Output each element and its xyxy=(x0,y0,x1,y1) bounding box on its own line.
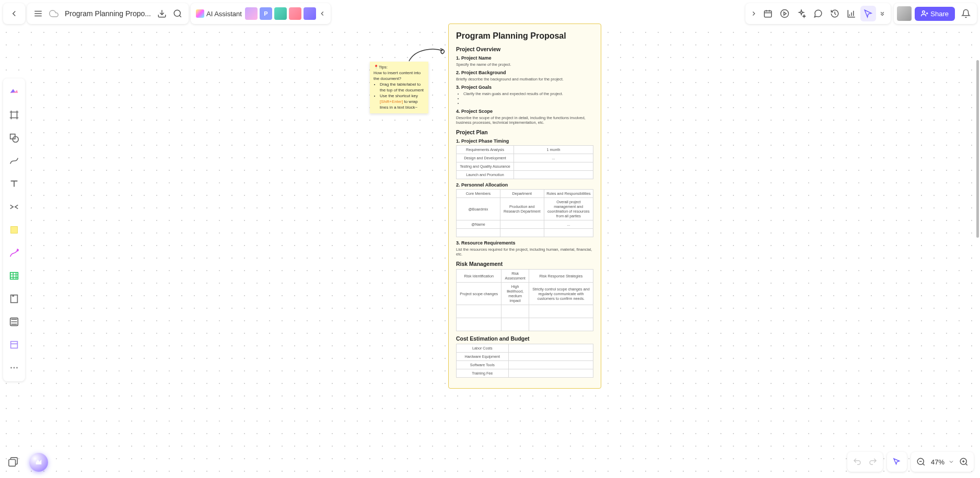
top-toolbar-right: Share xyxy=(745,3,977,24)
h-resources: 3. Resource Requirements xyxy=(456,240,593,246)
chart-icon[interactable] xyxy=(844,6,859,21)
cloud-icon[interactable] xyxy=(46,6,62,21)
table-cell xyxy=(508,344,593,353)
table-cell xyxy=(508,353,593,361)
table-cell xyxy=(457,305,501,318)
svg-rect-9 xyxy=(11,342,18,348)
history-icon[interactable] xyxy=(827,6,843,21)
document-card[interactable]: Program Planning Proposal Project Overvi… xyxy=(448,24,601,389)
table-cell xyxy=(529,318,593,331)
back-button[interactable] xyxy=(6,6,22,21)
table-personnel[interactable]: Core Members Department Roles and Respon… xyxy=(456,189,593,237)
svg-rect-6 xyxy=(10,273,18,279)
section-overview: Project Overview xyxy=(456,46,593,52)
search-button[interactable] xyxy=(170,6,185,21)
table-header: Risk Identification xyxy=(457,270,501,283)
doc-block-tool[interactable] xyxy=(5,288,23,309)
table-cell xyxy=(529,305,593,318)
notification-icon[interactable] xyxy=(958,6,974,21)
section-risk: Risk Management xyxy=(456,261,593,267)
calendar-icon[interactable] xyxy=(760,6,776,21)
ai-orb-button[interactable] xyxy=(29,453,48,472)
table-cost[interactable]: Labor Costs Hardware Equipment Software … xyxy=(456,344,593,378)
undo-button[interactable] xyxy=(849,454,865,470)
table-cell xyxy=(500,229,544,237)
chevron-down-icon[interactable] xyxy=(877,6,888,21)
table-cell xyxy=(501,318,529,331)
zoom-dropdown[interactable] xyxy=(947,454,956,470)
expand-right-button[interactable] xyxy=(749,6,759,21)
table-cell: 1 month xyxy=(514,146,593,154)
table-header: Core Members xyxy=(457,190,500,198)
sticky-title: 📍Tips: xyxy=(374,65,425,71)
shape-tool[interactable] xyxy=(5,127,23,148)
table-cell xyxy=(544,229,593,237)
table-cell: Software Tools xyxy=(457,361,509,369)
sparkle-icon[interactable] xyxy=(794,6,809,21)
zoom-level[interactable]: 47% xyxy=(929,458,947,466)
text-tool[interactable] xyxy=(5,173,23,194)
table-header: Risk Assessment xyxy=(501,270,529,283)
user-avatar[interactable] xyxy=(897,6,912,21)
table-cell: Production and Research Department xyxy=(500,198,544,220)
card-tool[interactable] xyxy=(5,334,23,355)
sticky-note-tool[interactable] xyxy=(5,219,23,240)
p-project-background: Briefly describe the background and moti… xyxy=(456,77,593,81)
table-cell xyxy=(514,171,593,179)
collaborator-avatar[interactable] xyxy=(274,7,287,20)
p-project-scope: Describe the scope of the project in det… xyxy=(456,115,593,125)
collaborator-avatar[interactable] xyxy=(289,7,301,20)
table-cell: Overall project management and coordinat… xyxy=(544,198,593,220)
frame-tool[interactable] xyxy=(5,104,23,125)
table-cell xyxy=(514,162,593,171)
table-cell: Requirements Analysis xyxy=(457,146,514,154)
sticky-subtitle: How to insert content into the document? xyxy=(374,71,425,82)
svg-point-10 xyxy=(10,367,12,369)
table-header: Risk Response Strategies xyxy=(529,270,593,283)
table-cell xyxy=(508,369,593,378)
collaborator-avatar[interactable] xyxy=(245,7,258,20)
table-cell xyxy=(457,229,500,237)
redo-button[interactable] xyxy=(865,454,881,470)
li-goal-3 xyxy=(463,101,593,106)
zoom-in-button[interactable] xyxy=(956,454,972,470)
pointer-mode-icon[interactable] xyxy=(860,6,876,21)
play-icon[interactable] xyxy=(777,6,792,21)
connector-tool[interactable] xyxy=(5,196,23,217)
menu-button[interactable] xyxy=(30,6,46,21)
document-title[interactable]: Program Planning Propo... xyxy=(62,9,154,18)
template-tool[interactable] xyxy=(5,81,23,102)
li-goal-2 xyxy=(463,96,593,101)
table-cell: Project scope changes xyxy=(457,283,501,305)
share-button[interactable]: Share xyxy=(915,7,955,21)
undo-redo-group xyxy=(847,452,883,472)
ai-assistant-button[interactable]: AI Assistant xyxy=(194,9,244,18)
table-cell: Labor Costs xyxy=(457,344,509,353)
pen-tool[interactable] xyxy=(5,242,23,263)
table-cell: Training Fee xyxy=(457,369,509,378)
section-cost: Cost Estimation and Budget xyxy=(456,335,593,342)
zoom-out-button[interactable] xyxy=(913,454,929,470)
download-button[interactable] xyxy=(154,6,170,21)
scrollbar[interactable] xyxy=(976,60,979,238)
doc-title: Program Planning Proposal xyxy=(456,31,593,41)
cursor-mode-button[interactable] xyxy=(889,454,905,470)
sticky-note[interactable]: 📍Tips: How to insert content into the do… xyxy=(370,62,428,113)
list-tool[interactable] xyxy=(5,311,23,332)
comment-icon[interactable] xyxy=(810,6,826,21)
more-tools[interactable] xyxy=(5,357,23,378)
bottom-right-controls: 47% xyxy=(847,452,974,472)
collapse-left-button[interactable] xyxy=(317,6,328,21)
svg-rect-5 xyxy=(11,227,18,234)
table-cell: Testing and Quality Assurance xyxy=(457,162,514,171)
table-tool[interactable] xyxy=(5,265,23,286)
collaborator-avatar[interactable]: P xyxy=(260,7,272,20)
line-tool[interactable] xyxy=(5,150,23,171)
sticky-bullet-1: Drag the table/label to the top of the d… xyxy=(380,82,425,94)
table-risk[interactable]: Risk Identification Risk Assessment Risk… xyxy=(456,269,593,331)
table-timing[interactable]: Requirements Analysis1 month Design and … xyxy=(456,145,593,179)
doc-group: Program Planning Propo... xyxy=(27,3,189,24)
collaborator-avatar[interactable] xyxy=(304,7,316,20)
pages-button[interactable] xyxy=(6,456,20,469)
cursor-group xyxy=(887,452,907,472)
